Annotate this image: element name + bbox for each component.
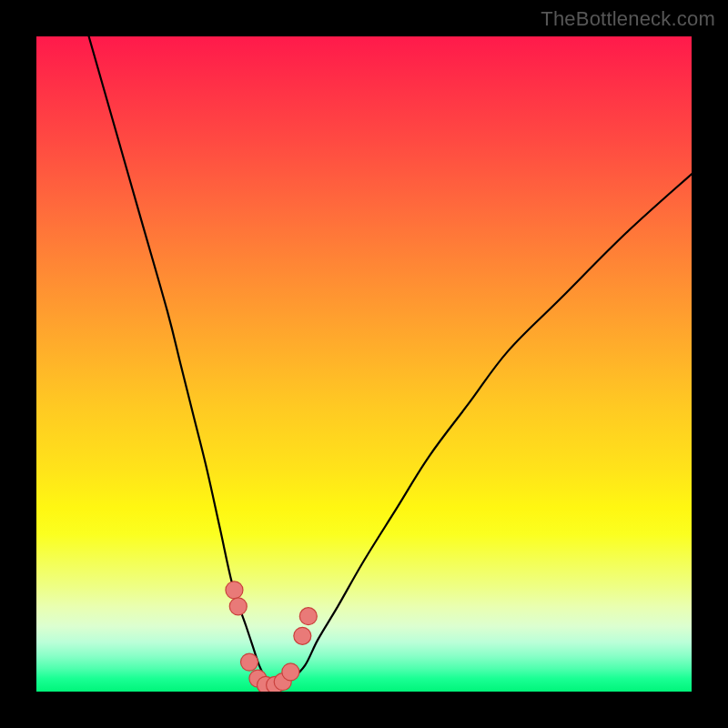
marker-point xyxy=(282,663,299,681)
marker-point xyxy=(229,598,247,615)
marker-point xyxy=(294,627,311,644)
chart-svg xyxy=(36,36,692,692)
near-optimum-markers xyxy=(226,581,317,692)
marker-point xyxy=(241,653,258,671)
watermark-text: TheBottleneck.com xyxy=(541,7,715,31)
bottleneck-curve xyxy=(89,36,692,686)
marker-point xyxy=(299,608,317,625)
plot-area xyxy=(36,36,692,692)
marker-point xyxy=(226,581,243,599)
chart-frame: TheBottleneck.com xyxy=(0,0,728,728)
